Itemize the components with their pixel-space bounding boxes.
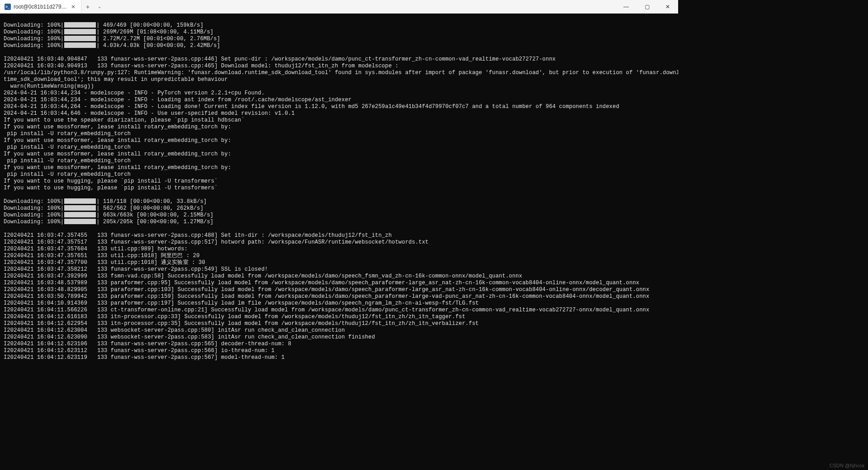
titlebar-spacer	[105, 0, 616, 13]
log-line: I20240421 16:03:40.904913 133 funasr-wss…	[4, 63, 675, 70]
log-line: I20240421 16:03:47.357700 133 util.cpp:1…	[4, 259, 675, 266]
download-prefix: Downloading: 100%|	[4, 198, 64, 205]
progress-bar	[64, 29, 96, 34]
terminal-output[interactable]: Downloading: 100%|| 469/469 [00:00<00:00…	[0, 14, 678, 362]
download-suffix: | 269M/269M [01:08<00:00, 4.11MB/s]	[96, 29, 213, 36]
log-line: If you want use mossformer, lease instal…	[4, 137, 675, 144]
download-line: Downloading: 100%|| 118/118 [00:00<00:00…	[4, 198, 675, 205]
download-prefix: Downloading: 100%|	[4, 219, 64, 226]
log-line: I20240421 16:04:12.622954 133 itn-proces…	[4, 320, 675, 327]
log-line: I20240421 16:04:12.623004 133 websocket-…	[4, 327, 675, 334]
powershell-icon: >_	[5, 4, 11, 10]
log-line: I20240421 16:04:10.914369 133 paraformer…	[4, 300, 675, 307]
download-suffix: | 2.72M/2.72M [00:01<00:00, 2.76MB/s]	[96, 36, 220, 42]
log-line: 2024-04-21 16:03:44,234 - modelscope - I…	[4, 90, 675, 97]
progress-bar	[64, 205, 96, 211]
log-line: pip install -U rotary_embedding_torch	[4, 144, 675, 151]
log-line: I20240421 16:03:48.537989 133 paraformer…	[4, 280, 675, 287]
log-line: I20240421 16:04:12.623112 133 funasr-wss…	[4, 348, 675, 354]
log-line: I20240421 16:03:47.357604 133 util.cpp:9…	[4, 246, 675, 253]
log-line: pip install -U rotary_embedding_torch	[4, 131, 675, 137]
download-line: Downloading: 100%|| 663k/663k [00:00<00:…	[4, 212, 675, 219]
log-line: If you want use mossformer, lease instal…	[4, 164, 675, 171]
progress-bar	[64, 212, 96, 217]
download-line: Downloading: 100%|| 4.03k/4.03k [00:00<0…	[4, 42, 675, 49]
download-prefix: Downloading: 100%|	[4, 212, 64, 219]
log-line: pip install -U rotary_embedding_torch	[4, 171, 675, 178]
log-line: I20240421 16:04:12.623090 133 websocket-…	[4, 334, 675, 341]
download-prefix: Downloading: 100%|	[4, 22, 64, 29]
download-suffix: | 562/562 [00:00<00:00, 262kB/s]	[96, 205, 203, 212]
log-line: If you want use mossformer, lease instal…	[4, 124, 675, 131]
log-line: I20240421 16:04:12.623119 133 funasr-wss…	[4, 354, 675, 361]
download-line: Downloading: 100%|| 469/469 [00:00<00:00…	[4, 22, 675, 29]
log-line: I20240421 16:03:47.357651 133 util.cpp:1…	[4, 253, 675, 259]
download-prefix: Downloading: 100%|	[4, 29, 64, 36]
log-line: If you want use mossformer, lease instal…	[4, 151, 675, 158]
window-controls: — ▢ ✕	[616, 0, 678, 13]
log-line: I20240421 16:03:47.358212 133 funasr-wss…	[4, 266, 675, 273]
log-line: I20240421 16:04:12.623106 133 funasr-wss…	[4, 341, 675, 348]
close-button[interactable]: ✕	[657, 0, 678, 13]
download-line: Downloading: 100%|| 269M/269M [01:08<00:…	[4, 29, 675, 36]
download-prefix: Downloading: 100%|	[4, 205, 64, 212]
download-line: Downloading: 100%|| 2.72M/2.72M [00:01<0…	[4, 36, 675, 42]
log-line: I20240421 16:04:11.566226 133 ct-transfo…	[4, 307, 675, 314]
log-line: 2024-04-21 16:03:44,264 - modelscope - I…	[4, 103, 675, 110]
terminal-tab[interactable]: >_ root@0c81b11d2791: /worksp ✕	[0, 0, 81, 13]
download-suffix: | 4.03k/4.03k [00:00<00:00, 2.42MB/s]	[96, 42, 220, 49]
log-line: If you want to use the speaker diarizati…	[4, 117, 675, 124]
tab-dropdown-icon[interactable]: ⌄	[94, 0, 105, 13]
log-line: I20240421 16:04:12.616183 133 itn-proces…	[4, 314, 675, 320]
progress-bar	[64, 36, 96, 41]
tab-title: root@0c81b11d2791: /worksp	[14, 4, 67, 10]
log-line: I20240421 16:03:40.904847 133 funasr-wss…	[4, 56, 675, 63]
log-line: If you want to use hugging, please `pip …	[4, 178, 675, 185]
progress-bar	[64, 22, 96, 28]
new-tab-button[interactable]: +	[81, 0, 94, 13]
log-line: warn(RuntimeWarning(msg))	[4, 83, 675, 90]
log-line: I20240421 16:03:48.829905 133 paraformer…	[4, 287, 675, 293]
log-line: time_sdk_download_tool'; this may result…	[4, 76, 675, 83]
download-prefix: Downloading: 100%|	[4, 36, 64, 42]
log-line: 2024-04-21 16:03:44,234 - modelscope - I…	[4, 97, 675, 103]
tab-close-icon[interactable]: ✕	[70, 4, 76, 10]
download-suffix: | 205k/205k [00:00<00:00, 1.27MB/s]	[96, 219, 213, 226]
maximize-button[interactable]: ▢	[637, 0, 657, 13]
log-line: If you want to use hugging, please `pip …	[4, 185, 675, 192]
download-prefix: Downloading: 100%|	[4, 42, 64, 49]
download-suffix: | 469/469 [00:00<00:00, 159kB/s]	[96, 22, 203, 29]
log-line: I20240421 16:03:47.357455 133 funasr-wss…	[4, 232, 675, 239]
download-line: Downloading: 100%|| 562/562 [00:00<00:00…	[4, 205, 675, 212]
download-line: Downloading: 100%|| 205k/205k [00:00<00:…	[4, 219, 675, 226]
minimize-button[interactable]: —	[616, 0, 637, 13]
log-line: I20240421 16:03:47.357517 133 funasr-wss…	[4, 239, 675, 246]
progress-bar	[64, 42, 96, 48]
progress-bar	[64, 219, 96, 224]
download-suffix: | 663k/663k [00:00<00:00, 2.15MB/s]	[96, 212, 213, 219]
log-line: pip install -U rotary_embedding_torch	[4, 158, 675, 164]
log-line: I20240421 16:03:47.392999 133 fsmn-vad.c…	[4, 273, 675, 280]
download-suffix: | 118/118 [00:00<00:00, 33.8kB/s]	[96, 198, 207, 205]
titlebar: >_ root@0c81b11d2791: /worksp ✕ + ⌄ — ▢ …	[0, 0, 678, 14]
log-line: 2024-04-21 16:03:44,646 - modelscope - I…	[4, 110, 675, 117]
log-line: I20240421 16:03:50.789942 133 paraformer…	[4, 293, 675, 300]
progress-bar	[64, 198, 96, 204]
log-line: /usr/local/lib/python3.8/runpy.py:127: R…	[4, 70, 675, 76]
